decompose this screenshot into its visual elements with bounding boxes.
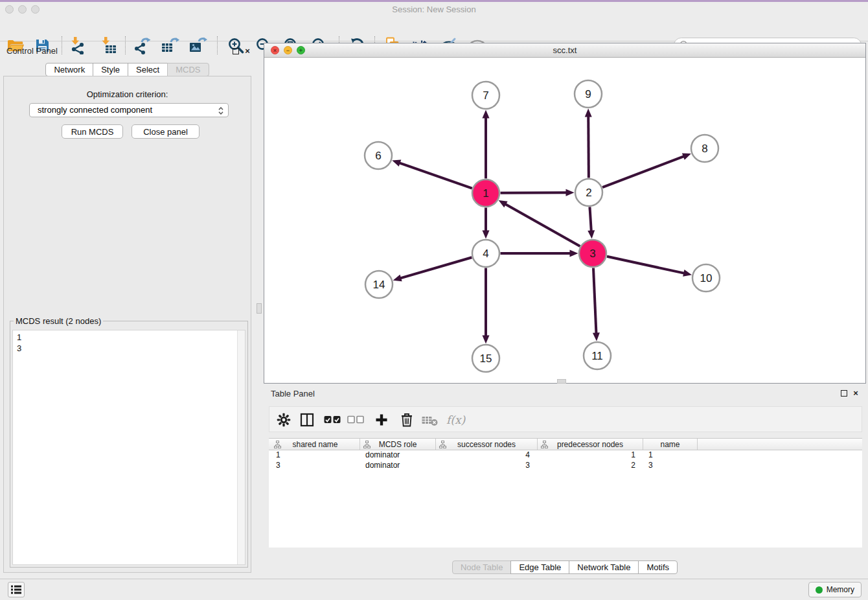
graph-edge-2-3[interactable]	[589, 207, 591, 231]
show-columns-button[interactable]	[299, 412, 315, 428]
tab-motifs[interactable]: Motifs	[638, 560, 678, 574]
delete-table-icon	[422, 413, 439, 426]
optimization-label: Optimization criterion:	[4, 89, 251, 99]
result-scrollbar[interactable]	[237, 330, 245, 564]
import-table-button[interactable]	[97, 36, 118, 55]
memory-status-icon	[816, 586, 823, 594]
graph-node-3[interactable]: 3	[579, 240, 606, 267]
edge-arrowhead	[483, 336, 490, 344]
tab-node-table[interactable]: Node Table	[452, 560, 512, 574]
export-table-button[interactable]	[160, 36, 181, 55]
graph-node-9[interactable]: 9	[575, 80, 602, 108]
graph-node-1[interactable]: 1	[472, 179, 499, 207]
table-body: 1dominator4113dominator323	[269, 450, 862, 548]
float-table-panel-button[interactable]	[840, 389, 848, 397]
import-network-icon	[69, 36, 86, 54]
status-bar: Memory	[0, 579, 868, 600]
column-header-successor-nodes[interactable]: successor nodes	[436, 439, 538, 450]
graph-node-4[interactable]: 4	[472, 240, 499, 267]
tab-network[interactable]: Network	[45, 63, 93, 76]
mcds-result-box[interactable]: 1 3	[12, 330, 246, 565]
edge-arrowhead	[483, 231, 490, 239]
tab-mcds[interactable]: MCDS	[167, 63, 209, 76]
graph-edge-4-14[interactable]	[400, 257, 472, 278]
table-cell[interactable]: 1	[643, 450, 698, 461]
memory-button[interactable]: Memory	[808, 582, 862, 597]
graph-node-8[interactable]: 8	[691, 135, 718, 162]
graph-node-2[interactable]: 2	[575, 179, 602, 206]
graph-edge-3-11[interactable]	[593, 268, 597, 334]
graph-node-14[interactable]: 14	[365, 271, 393, 298]
criterion-dropdown[interactable]: strongly connected component	[29, 103, 229, 117]
delete-row-button[interactable]	[398, 412, 415, 428]
table-cell[interactable]: 3	[436, 461, 538, 471]
horizontal-splitter-grip[interactable]	[557, 379, 566, 384]
close-panel-button[interactable]: ×	[244, 47, 251, 54]
graph-edge-3-1[interactable]	[505, 203, 580, 246]
edge-arrowhead	[483, 110, 490, 119]
tab-style[interactable]: Style	[93, 63, 128, 76]
table-cell[interactable]: 1	[271, 450, 360, 461]
column-type-icon	[541, 441, 548, 448]
svg-text:7: 7	[483, 89, 488, 102]
vertical-splitter-grip[interactable]	[257, 303, 262, 314]
table-cell[interactable]: 3	[643, 461, 698, 471]
column-header-name[interactable]: name	[643, 439, 698, 450]
delete-table-button	[422, 412, 439, 428]
column-header-MCDS-role[interactable]: MCDS role	[360, 439, 436, 450]
graph-edge-3-10[interactable]	[607, 257, 685, 273]
export-image-icon	[189, 37, 207, 54]
graph-node-7[interactable]: 7	[472, 82, 499, 109]
graph-node-11[interactable]: 11	[584, 342, 611, 369]
import-network-button[interactable]	[67, 36, 87, 55]
trash-icon	[400, 412, 413, 428]
criterion-value: strongly connected component	[38, 105, 152, 115]
table-row[interactable]: 3dominator323	[269, 461, 862, 471]
table-cell[interactable]: 1	[538, 450, 643, 461]
add-row-button[interactable]	[373, 412, 390, 428]
table-cell[interactable]: dominator	[360, 461, 436, 471]
plus-icon	[374, 413, 389, 427]
table-toolbar: f(x)	[269, 406, 862, 432]
graph-node-15[interactable]: 15	[472, 345, 499, 372]
svg-text:9: 9	[585, 88, 591, 100]
toolbar-separator	[125, 36, 126, 54]
svg-text:2: 2	[586, 187, 591, 199]
tab-select[interactable]: Select	[128, 63, 168, 76]
close-table-panel-button[interactable]: ×	[852, 389, 860, 397]
graph-node-10[interactable]: 10	[692, 264, 720, 292]
table-cell[interactable]: 3	[271, 461, 360, 471]
tab-edge-table[interactable]: Edge Table	[510, 560, 569, 574]
table-header-row: shared nameMCDS rolesuccessor nodesprede…	[269, 438, 862, 450]
deselect-all-button[interactable]	[347, 412, 364, 428]
svg-text:14: 14	[373, 279, 385, 291]
close-panel-action-button[interactable]: Close panel	[131, 124, 200, 139]
graph-edge-2-9[interactable]	[588, 115, 589, 178]
edge-arrowhead	[683, 270, 692, 277]
graph-edge-2-8[interactable]	[602, 156, 685, 187]
graph-node-6[interactable]: 6	[365, 142, 392, 169]
table-settings-button[interactable]	[275, 412, 292, 428]
network-canvas[interactable]: 7968124314101511	[264, 58, 865, 384]
table-row[interactable]: 1dominator411	[269, 450, 862, 461]
graph-edge-1-6[interactable]	[399, 163, 472, 189]
columns-icon	[300, 413, 314, 427]
tab-network-table[interactable]: Network Table	[569, 560, 639, 574]
table-cell[interactable]: 2	[538, 461, 643, 471]
import-table-icon	[99, 36, 117, 54]
main-titlebar: Session: New Session	[0, 2, 868, 17]
select-all-button[interactable]	[324, 412, 341, 428]
run-mcds-button[interactable]: Run MCDS	[62, 124, 123, 139]
column-header-predecessor-nodes[interactable]: predecessor nodes	[538, 439, 643, 450]
fx-icon: f(x)	[445, 412, 466, 428]
control-panel-title: Control Panel	[6, 46, 58, 56]
export-image-button[interactable]	[188, 36, 209, 55]
table-cell[interactable]: dominator	[360, 450, 436, 461]
graph-edge-1-2[interactable]	[500, 192, 567, 193]
task-history-button[interactable]	[8, 582, 25, 597]
column-header-shared-name[interactable]: shared name	[271, 439, 360, 450]
float-panel-button[interactable]	[232, 47, 240, 55]
table-cell[interactable]: 4	[436, 450, 538, 461]
dropdown-stepper-icon	[218, 106, 224, 116]
export-network-button[interactable]	[131, 36, 152, 55]
